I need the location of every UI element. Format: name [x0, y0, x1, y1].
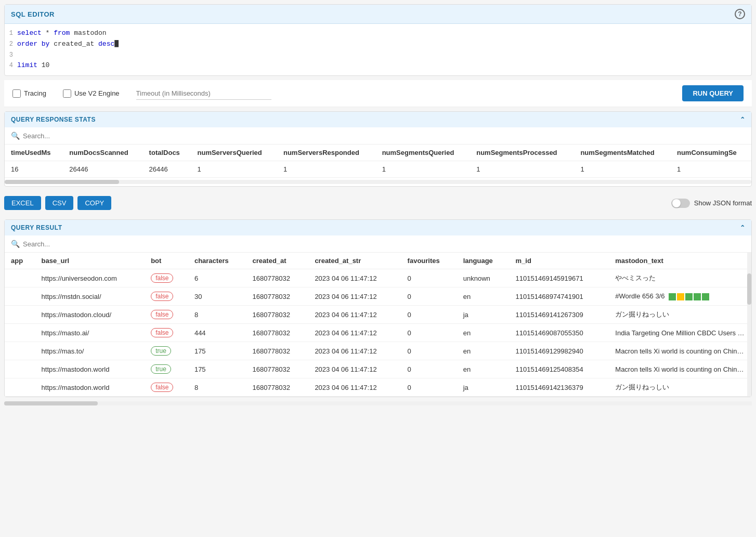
stats-scrollbar[interactable] [5, 180, 751, 184]
cell-favourites: 0 [401, 269, 457, 287]
cell-app [5, 360, 35, 378]
wordle-block [669, 293, 676, 300]
stats-cell-totalDocs: 26446 [143, 161, 191, 178]
bottom-scrollbar[interactable] [4, 401, 752, 405]
excel-button[interactable]: EXCEL [4, 196, 41, 210]
stats-col-numDocsScanned: numDocsScanned [63, 145, 142, 161]
copy-button[interactable]: COPY [77, 196, 111, 210]
sql-editor-header: SQL EDITOR ? [5, 5, 751, 24]
stats-col-numSegmentsMatched: numSegmentsMatched [574, 145, 671, 161]
cell-language: en [457, 324, 510, 342]
timeout-input[interactable] [136, 87, 271, 100]
sql-line-3: 3 [5, 50, 751, 61]
cell-language: ja [457, 306, 510, 324]
col-created-at-str: created_at_str [308, 253, 401, 269]
stats-collapse-icon[interactable]: ⌃ [740, 116, 746, 123]
stats-cell-numSegmentsProcessed: 1 [470, 161, 574, 178]
cell-bot: false [145, 378, 188, 397]
csv-button[interactable]: CSV [45, 196, 74, 210]
cell-bot: true [145, 342, 188, 360]
tracing-checkbox-label[interactable]: Tracing [12, 89, 46, 98]
toolbar-row: Tracing Use V2 Engine RUN QUERY [4, 80, 752, 107]
json-toggle-switch[interactable] [671, 199, 690, 208]
run-query-button[interactable]: RUN QUERY [682, 85, 744, 101]
stats-search-input[interactable] [23, 132, 745, 140]
result-section-header: QUERY RESULT ⌃ [5, 220, 751, 235]
sql-code-area[interactable]: 1 select * from mastodon 2 order by crea… [5, 24, 751, 75]
query-result-panel: QUERY RESULT ⌃ 🔍 app base_url bot charac… [4, 219, 752, 397]
stats-search-row: 🔍 [5, 127, 751, 145]
bot-badge: false [151, 292, 173, 301]
cell-app [5, 324, 35, 342]
cell-created-at-str: 2023 04 06 11:47:12 [308, 306, 401, 324]
col-language: language [457, 253, 510, 269]
v2-engine-checkbox[interactable] [63, 89, 71, 98]
stats-col-numSegmentsQueried: numSegmentsQueried [376, 145, 471, 161]
wordle-blocks [669, 293, 709, 300]
result-vertical-scrollbar[interactable] [747, 253, 751, 397]
table-row: https://mstdn.social/false30168077803220… [5, 287, 751, 306]
col-mastodon-text: mastodon_text [609, 253, 751, 269]
cell-mastodon-text: やべミスった [609, 269, 751, 287]
cell-characters: 175 [188, 360, 246, 378]
cell-favourites: 0 [401, 342, 457, 360]
col-m-id: m_id [510, 253, 609, 269]
cell-created-at: 1680778032 [246, 324, 309, 342]
stats-table-scroll[interactable]: timeUsedMs numDocsScanned totalDocs numS… [5, 145, 751, 186]
cell-created-at-str: 2023 04 06 11:47:12 [308, 378, 401, 397]
cell-created-at-str: 2023 04 06 11:47:12 [308, 324, 401, 342]
cell-base-url: https://mastodon.world [35, 360, 145, 378]
cell-language: unknown [457, 269, 510, 287]
cell-app [5, 306, 35, 324]
stats-cell-numServersResponded: 1 [277, 161, 376, 178]
result-table-wrapper: app base_url bot characters created_at c… [5, 253, 751, 397]
sql-editor-panel: SQL EDITOR ? 1 select * from mastodon 2 … [4, 4, 752, 76]
help-icon[interactable]: ? [735, 9, 745, 19]
result-collapse-icon[interactable]: ⌃ [740, 224, 746, 231]
cell-app [5, 287, 35, 306]
export-row: EXCEL CSV COPY Show JSON format [0, 191, 756, 215]
result-header-row: app base_url bot characters created_at c… [5, 253, 751, 269]
v2-engine-label: Use V2 Engine [74, 89, 120, 97]
cell-created-at: 1680778032 [246, 287, 309, 306]
stats-cell-numSegmentsMatched: 1 [574, 161, 671, 178]
cell-mastodon-text: Macron tells Xi world is counting on Chi… [609, 342, 751, 360]
cell-created-at: 1680778032 [246, 306, 309, 324]
wordle-block [694, 293, 701, 300]
cell-mastodon-text: #Wordle 656 3/6 [609, 287, 751, 306]
json-toggle-area: Show JSON format [671, 199, 752, 208]
cell-bot: false [145, 269, 188, 287]
cell-characters: 8 [188, 306, 246, 324]
result-scrollbar-thumb [747, 273, 751, 305]
cell-m-id: 110151469145919671 [510, 269, 609, 287]
cell-m-id: 110151469141267309 [510, 306, 609, 324]
col-created-at: created_at [246, 253, 309, 269]
v2-engine-checkbox-label[interactable]: Use V2 Engine [63, 89, 120, 98]
col-characters: characters [188, 253, 246, 269]
bot-badge: true [151, 364, 171, 374]
cell-created-at: 1680778032 [246, 360, 309, 378]
table-row: https://mastodon.cloud/false816807780322… [5, 306, 751, 324]
cell-favourites: 0 [401, 324, 457, 342]
stats-search-icon: 🔍 [11, 132, 20, 140]
query-response-stats-panel: QUERY RESPONSE STATS ⌃ 🔍 timeUsedMs numD… [4, 111, 752, 187]
json-toggle-label: Show JSON format [694, 199, 752, 207]
result-search-input[interactable] [23, 240, 745, 248]
cell-bot: false [145, 324, 188, 342]
cell-characters: 30 [188, 287, 246, 306]
json-toggle-knob [672, 199, 681, 207]
result-scroll[interactable]: app base_url bot characters created_at c… [5, 253, 751, 397]
stats-cell-numDocsScanned: 26446 [63, 161, 142, 178]
cell-m-id: 110151469142136379 [510, 378, 609, 397]
stats-section-header: QUERY RESPONSE STATS ⌃ [5, 112, 751, 127]
cell-favourites: 0 [401, 306, 457, 324]
cell-app [5, 378, 35, 397]
bot-badge: true [151, 346, 171, 356]
cell-base-url: https://mas.to/ [35, 342, 145, 360]
tracing-checkbox[interactable] [12, 89, 21, 98]
cell-base-url: https://masto.ai/ [35, 324, 145, 342]
stats-col-timeUsedMs: timeUsedMs [5, 145, 63, 161]
cell-base-url: https://mstdn.social/ [35, 287, 145, 306]
bot-badge: false [151, 328, 173, 337]
cell-app [5, 269, 35, 287]
